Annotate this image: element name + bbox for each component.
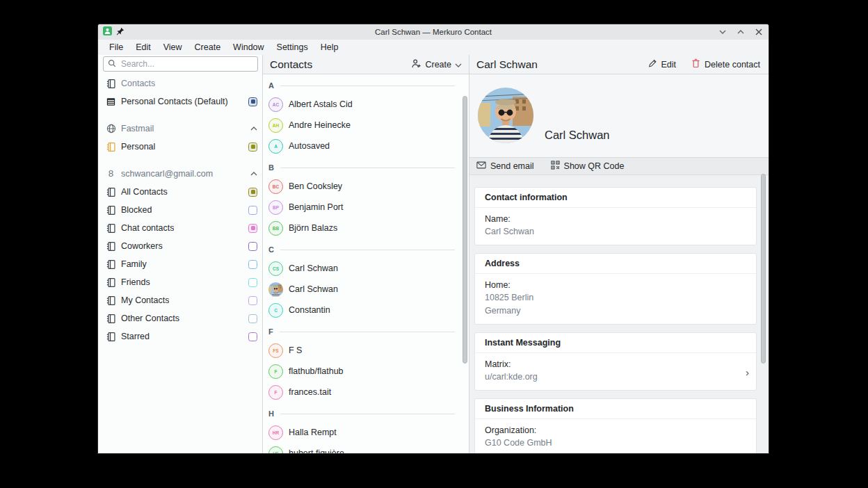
address-book-icon xyxy=(106,241,116,252)
person-add-icon xyxy=(411,58,421,71)
close-button[interactable] xyxy=(754,27,764,37)
menu-file[interactable]: File xyxy=(103,40,129,55)
pin-icon[interactable] xyxy=(116,26,124,38)
send-email-button[interactable]: Send email xyxy=(476,161,534,171)
details-title: Carl Schwan xyxy=(476,58,538,71)
titlebar[interactable]: Carl Schwan — Merkuro Contact xyxy=(98,24,769,40)
sidebar-item-blocked[interactable]: Blocked xyxy=(98,201,262,219)
calendar-checkbox[interactable] xyxy=(248,224,257,233)
sidebar: ContactsPersonal Contacts (Default)Fastm… xyxy=(98,55,263,453)
contact-name: Carl Schwan xyxy=(545,129,610,142)
contact-action-bar: Send emailShow QR Code xyxy=(469,157,769,175)
create-button[interactable]: Create xyxy=(411,58,462,71)
maximize-button[interactable] xyxy=(736,27,746,37)
menubar: FileEditViewCreateWindowSettingsHelp xyxy=(98,40,769,55)
contact-photo xyxy=(478,88,533,143)
calendar-checkbox[interactable] xyxy=(248,314,257,323)
minimize-button[interactable] xyxy=(718,27,728,37)
menu-edit[interactable]: Edit xyxy=(129,40,157,55)
section-A: A xyxy=(268,77,455,94)
delete-contact-button[interactable]: Delete contact xyxy=(691,58,760,70)
sidebar-item-friends[interactable]: Friends xyxy=(98,273,262,291)
menu-view[interactable]: View xyxy=(157,40,188,55)
calendar-checkbox[interactable] xyxy=(248,296,257,305)
address-book-icon xyxy=(106,277,116,288)
contact-row[interactable]: AHAndre Heinecke xyxy=(268,115,455,136)
section-C: C xyxy=(268,241,455,258)
card-address: AddressHome:10825 BerlinGermany xyxy=(474,253,757,325)
show-qr-code-button[interactable]: Show QR Code xyxy=(551,161,625,172)
contact-row[interactable]: BPBenjamin Port xyxy=(268,197,455,218)
contact-row[interactable]: Ffrances.tait xyxy=(268,382,455,402)
search-box[interactable] xyxy=(103,56,258,72)
sidebar-item-family[interactable]: Family xyxy=(98,255,262,273)
calendar-checkbox[interactable] xyxy=(248,242,257,251)
sidebar-item-contacts[interactable]: Contacts xyxy=(98,74,262,92)
sidebar-item-coworkers[interactable]: Coworkers xyxy=(98,237,262,255)
card-contact-information: Contact informationName:Carl Schwan xyxy=(474,187,757,245)
contact-row[interactable]: FSF S xyxy=(268,340,455,361)
card-title: Contact information xyxy=(475,188,756,208)
card-row: Home:10825 BerlinGermany xyxy=(475,274,756,324)
contact-row[interactable]: CSCarl Schwan xyxy=(268,258,455,279)
contact-initials-avatar: HF xyxy=(268,446,283,454)
calendar-checkbox[interactable] xyxy=(248,278,257,287)
calendar-checkbox[interactable] xyxy=(248,332,257,341)
address-book-icon xyxy=(106,205,116,215)
contact-row[interactable]: Carl Schwan xyxy=(268,279,455,300)
address-book-icon xyxy=(106,187,116,197)
address-book-icon xyxy=(106,332,116,342)
contact-row[interactable]: ACAlbert Astals Cid xyxy=(268,94,455,115)
contact-row[interactable]: AAutosaved xyxy=(268,136,455,156)
contact-row[interactable]: BCBen Cooksley xyxy=(268,176,455,197)
calendar-checkbox[interactable] xyxy=(248,206,257,215)
section-H: H xyxy=(268,405,455,422)
menu-create[interactable]: Create xyxy=(188,40,227,55)
contact-row[interactable]: BBBjörn Balazs xyxy=(268,218,455,238)
address-book-icon xyxy=(106,314,116,324)
desktop: Carl Schwan — Merkuro Contact FileEditVi… xyxy=(0,0,868,488)
trash-icon xyxy=(691,58,700,70)
menu-settings[interactable]: Settings xyxy=(271,40,314,55)
contacts-panel-title: Contacts xyxy=(270,58,312,71)
contact-initials-avatar: AC xyxy=(268,97,283,112)
card-instant-messaging: Instant MessagingMatrix:u/carl:kde.org› xyxy=(474,332,757,391)
contact-row[interactable]: Fflathub/flathub xyxy=(268,361,455,382)
sidebar-item-personal[interactable]: Personal xyxy=(98,138,262,156)
sidebar-item-schwancarl-gmail-com[interactable]: 8schwancarl@gmail.com xyxy=(98,165,262,183)
calendar-checkbox[interactable] xyxy=(248,97,257,106)
contact-row[interactable]: HFhubert figuière xyxy=(268,443,455,453)
edit-button[interactable]: Edit xyxy=(648,58,677,70)
contact-row[interactable]: HRHalla Rempt xyxy=(268,422,455,443)
menu-window[interactable]: Window xyxy=(227,40,270,55)
contact-initials-avatar: F xyxy=(268,385,283,400)
details-header: Carl Schwan Edit Delete contact xyxy=(469,55,769,74)
sidebar-item-my-contacts[interactable]: My Contacts xyxy=(98,291,262,309)
calendar-checkbox[interactable] xyxy=(248,143,257,152)
globe-icon xyxy=(106,124,116,134)
sidebar-item-personal-contacts-default-[interactable]: Personal Contacts (Default) xyxy=(98,92,262,111)
calendar-checkbox[interactable] xyxy=(248,188,257,197)
sidebar-item-starred[interactable]: Starred xyxy=(98,327,262,345)
chevron-up-icon[interactable] xyxy=(250,127,257,131)
contact-details-panel: Carl Schwan Edit Delete contact xyxy=(469,55,769,453)
chevron-right-icon[interactable]: › xyxy=(746,366,749,377)
menu-help[interactable]: Help xyxy=(314,40,345,55)
search-input[interactable] xyxy=(120,58,253,70)
contacts-scrollbar[interactable] xyxy=(463,96,467,364)
sidebar-item-chat-contacts[interactable]: Chat contacts xyxy=(98,219,262,237)
chevron-up-icon[interactable] xyxy=(250,172,257,176)
details-scrollbar[interactable] xyxy=(761,174,766,364)
address-book-icon xyxy=(106,223,116,234)
sidebar-item-other-contacts[interactable]: Other Contacts xyxy=(98,309,262,327)
contact-initials-avatar: F xyxy=(268,364,283,379)
app-window: Carl Schwan — Merkuro Contact FileEditVi… xyxy=(98,24,769,453)
card-title: Business Information xyxy=(475,399,756,419)
sidebar-item-all-contacts[interactable]: All Contacts xyxy=(98,183,262,201)
sidebar-item-fastmail[interactable]: Fastmail xyxy=(98,120,262,138)
card-row[interactable]: Matrix:u/carl:kde.org› xyxy=(475,353,756,390)
card-title: Address xyxy=(475,254,756,274)
address-book-icon xyxy=(106,79,116,89)
contact-row[interactable]: CConstantin xyxy=(268,300,455,320)
calendar-checkbox[interactable] xyxy=(248,260,257,269)
